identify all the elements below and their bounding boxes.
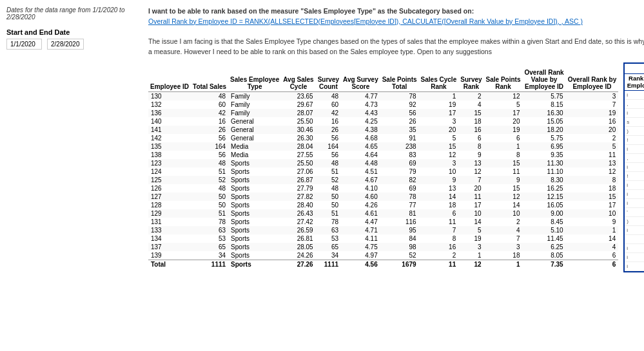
section-title: Start and End Date xyxy=(6,28,142,36)
col-header-sale-points-rank: Sale PointsRank xyxy=(484,68,523,92)
table-cell: 2 xyxy=(484,218,523,226)
start-date-input[interactable]: 1/1/2020 xyxy=(6,39,42,50)
table-cell: 10 xyxy=(484,209,523,218)
table-cell: Sports xyxy=(228,251,281,260)
table-cell: 18 xyxy=(566,184,619,193)
table-cell: 136 xyxy=(148,109,191,117)
table-cell: 16 xyxy=(419,243,459,251)
table-row: 13260Family29.67604.739219458.157 xyxy=(148,100,618,109)
m-panel-row: !3 xyxy=(625,136,644,145)
table-cell: 18 xyxy=(458,117,483,126)
table-cell: 4.61 xyxy=(341,209,380,218)
table-cell: 15 xyxy=(484,184,523,193)
table-cell: 6 xyxy=(458,134,483,142)
col-header-sales-employee-type: Sales EmployeeType xyxy=(228,68,281,92)
col-header-avg-sales-cycle: Avg SalesCycle xyxy=(281,68,315,92)
main-content: Employee ID Total Sales Sales EmployeeTy… xyxy=(148,62,644,272)
table-cell: 16 xyxy=(458,126,483,134)
table-row: 12552Sports26.87524.67829798.308 xyxy=(148,176,618,184)
table-cell: 78 xyxy=(191,218,228,226)
table-cell: Sports xyxy=(228,243,281,251)
table-cell: 18.20 xyxy=(522,126,565,134)
table-cell: Sports xyxy=(228,218,281,226)
data-table-container: Employee ID Total Sales Sales EmployeeTy… xyxy=(148,68,618,269)
table-cell: 28.07 xyxy=(281,109,315,117)
table-cell: 18 xyxy=(419,201,459,209)
table-cell: Sports xyxy=(228,184,281,193)
table-cell: 139 xyxy=(148,251,191,260)
table-cell: 7 xyxy=(484,234,523,243)
col-header-employee-id: Employee ID xyxy=(148,68,191,92)
m-panel-row: i11 xyxy=(625,253,644,262)
bar-indicator: i xyxy=(627,92,628,98)
bar-indicator: ) xyxy=(627,218,629,224)
end-date-input[interactable]: 2/28/2020 xyxy=(47,39,84,50)
table-cell: 48 xyxy=(316,184,341,193)
table-cell: 8.05 xyxy=(522,251,565,260)
table-cell: 9 xyxy=(484,176,523,184)
table-row: 12648Sports27.79484.106913201516.2518 xyxy=(148,184,618,193)
table-cell: 63 xyxy=(191,226,228,234)
table-cell: 5.75 xyxy=(522,134,565,142)
table-row: 13363Sports26.59634.71957545.101 xyxy=(148,226,618,234)
table-cell: 5 xyxy=(484,100,523,109)
table-cell: 26 xyxy=(316,126,341,134)
table-row: 13178Sports27.42784.47116111428.459 xyxy=(148,218,618,226)
table-cell: 12 xyxy=(484,193,523,201)
table-cell: 7 xyxy=(566,100,619,109)
table-cell: 27.55 xyxy=(281,151,315,159)
table-cell: 4.71 xyxy=(341,226,380,234)
table-cell: 19 xyxy=(458,234,483,243)
table-cell: 17 xyxy=(566,201,619,209)
table-cell: 84 xyxy=(380,234,419,243)
table-cell: 4.10 xyxy=(341,184,380,193)
table-row: 13934Sports24.26344.975221188.056 xyxy=(148,251,618,260)
table-cell: 8 xyxy=(566,176,619,184)
table-cell: 5.10 xyxy=(522,226,565,234)
m-panel-row: i3 xyxy=(625,181,644,190)
col-header-survey-rank: SurveyRank xyxy=(458,68,483,92)
table-cell: Sports xyxy=(228,159,281,167)
bar-indicator: i xyxy=(627,227,628,233)
table-cell: 48 xyxy=(191,91,228,100)
table-cell: 137 xyxy=(148,243,191,251)
table-cell: 8 xyxy=(458,142,483,151)
table-header-row: Employee ID Total Sales Sales EmployeeTy… xyxy=(148,68,618,92)
date-range-text: Dates for the data range from 1/1/2020 t… xyxy=(6,6,142,21)
table-cell: 48 xyxy=(316,159,341,167)
table-cell: 135 xyxy=(148,142,191,151)
total-cell: 12 xyxy=(458,260,483,269)
issue-text: The issue I am facing is that the Sales … xyxy=(148,37,644,55)
total-cell: Total xyxy=(148,260,191,269)
table-row: 14256General26.30564.68915665.752 xyxy=(148,134,618,142)
bar-indicator: s xyxy=(627,119,629,125)
table-cell: 16 xyxy=(191,117,228,126)
bar-indicator: i xyxy=(627,254,628,260)
table-cell: 34 xyxy=(316,251,341,260)
table-cell: 14 xyxy=(458,218,483,226)
table-cell: 5 xyxy=(566,142,619,151)
m-panel-row: i10 xyxy=(625,244,644,253)
table-cell: 7 xyxy=(419,226,459,234)
data-table: Employee ID Total Sales Sales EmployeeTy… xyxy=(148,68,618,269)
table-cell: 14 xyxy=(419,193,459,201)
table-cell: 6.25 xyxy=(522,243,565,251)
m-panel-row: s1 xyxy=(625,118,644,127)
bar-indicator: i xyxy=(627,263,628,269)
table-cell: 20 xyxy=(484,117,523,126)
table-cell: 4.97 xyxy=(341,251,380,260)
table-cell: 125 xyxy=(148,176,191,184)
table-cell: 18 xyxy=(484,251,523,260)
table-cell: 10 xyxy=(458,209,483,218)
table-cell: 4.25 xyxy=(341,117,380,126)
table-cell: 4.11 xyxy=(341,234,380,243)
table-cell: 51 xyxy=(316,167,341,176)
table-cell: 48 xyxy=(316,91,341,100)
right-aside-inner: M Rank by Sales Employee Type i1,2i3s1)2… xyxy=(623,62,644,272)
table-cell: 30.46 xyxy=(281,126,315,134)
table-cell: 12.15 xyxy=(522,193,565,201)
table-cell: 4.68 xyxy=(341,134,380,142)
table-cell: 11.10 xyxy=(522,167,565,176)
table-cell: 53 xyxy=(191,234,228,243)
table-cell: 138 xyxy=(148,151,191,159)
